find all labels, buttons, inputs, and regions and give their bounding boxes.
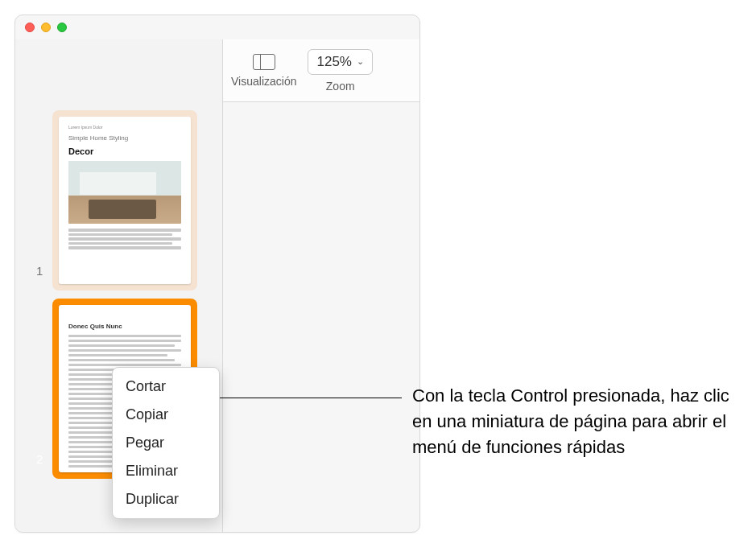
page1-header-small: Lorem Ipsum Dolor <box>68 125 181 130</box>
zoom-toolbar-label: Zoom <box>326 80 355 93</box>
view-mode-icon <box>253 54 275 70</box>
page1-title: Decor <box>68 146 181 156</box>
page-thumbnail-1[interactable]: Lorem Ipsum Dolor Simple Home Styling De… <box>52 110 197 290</box>
page-thumbnail-1-wrap: Lorem Ipsum Dolor Simple Home Styling De… <box>25 110 213 290</box>
window-close-button[interactable] <box>25 23 35 32</box>
context-menu-delete[interactable]: Eliminar <box>113 457 219 485</box>
context-menu-copy[interactable]: Copiar <box>113 401 219 429</box>
zoom-toolbar-item: 125% ⌄ Zoom <box>308 49 372 93</box>
zoom-value: 125% <box>316 54 351 70</box>
page1-subtitle: Simple Home Styling <box>68 134 181 142</box>
context-menu-paste[interactable]: Pegar <box>113 429 219 457</box>
titlebar <box>15 15 419 39</box>
context-menu-duplicate[interactable]: Duplicar <box>113 485 219 513</box>
page-number-1: 1 <box>36 264 43 278</box>
window-maximize-button[interactable] <box>57 23 67 32</box>
page-preview-1: Lorem Ipsum Dolor Simple Home Styling De… <box>59 117 191 284</box>
view-toolbar-label: Visualización <box>231 75 296 88</box>
page1-hero-image <box>68 161 181 224</box>
chevron-down-icon: ⌄ <box>357 56 364 67</box>
view-toolbar-item[interactable]: Visualización <box>231 54 296 88</box>
context-menu-cut[interactable]: Cortar <box>113 373 219 401</box>
page2-heading: Donec Quis Nunc <box>68 323 181 330</box>
page-number-2: 2 <box>36 452 43 466</box>
toolbar: Visualización 125% ⌄ Zoom <box>223 39 419 102</box>
page1-body-placeholder <box>68 229 181 249</box>
window-minimize-button[interactable] <box>41 23 51 32</box>
app-window: Visualización 125% ⌄ Zoom Lorem Ipsum Do… <box>14 14 420 533</box>
context-menu: Cortar Copiar Pegar Eliminar Duplicar <box>112 367 220 519</box>
callout-leader-line <box>214 398 402 398</box>
zoom-dropdown[interactable]: 125% ⌄ <box>308 49 372 75</box>
callout-text: Con la tecla Control presionada, haz cli… <box>412 383 742 460</box>
